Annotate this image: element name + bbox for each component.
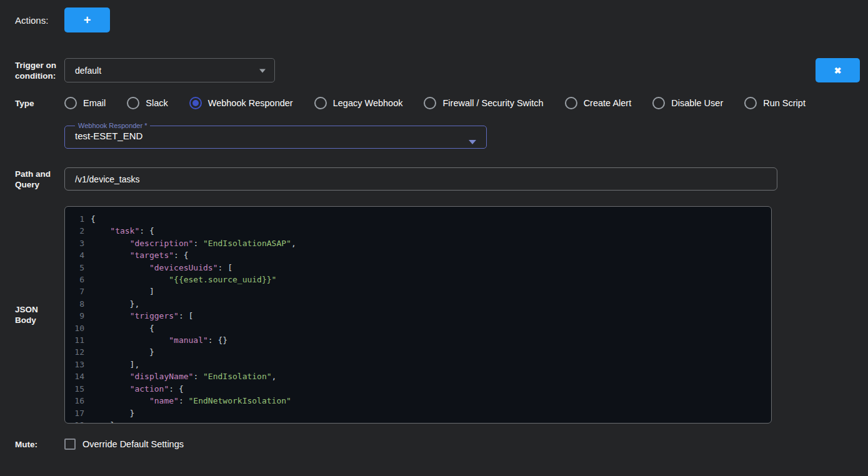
code-text: "targets": { xyxy=(91,250,189,260)
code-text: "manual": {} xyxy=(91,335,227,345)
trigger-row: Trigger on condition: default ✖ xyxy=(0,58,868,82)
radio-run-script[interactable]: Run Script xyxy=(744,97,806,109)
code-text: ] xyxy=(91,287,154,296)
code-text: "description": "EndIsolationASAP", xyxy=(91,239,296,248)
trigger-condition-label: Trigger on condition: xyxy=(15,60,64,81)
code-line: 15 "action": { xyxy=(68,383,771,395)
code-text: "name": "EndNetworkIsolation" xyxy=(91,396,291,405)
radio-unselected-icon xyxy=(314,97,327,109)
radio-legacy-webhook[interactable]: Legacy Webhook xyxy=(314,97,403,109)
code-text: } xyxy=(91,409,134,418)
code-text: "action": { xyxy=(91,384,184,394)
json-body-row: JSON Body 1{2 "task": {3 "description": … xyxy=(0,206,868,424)
line-number: 11 xyxy=(68,334,84,346)
webhook-select-row: Webhook Responder * test-ESET_END xyxy=(0,122,868,149)
chevron-down-icon xyxy=(469,140,476,144)
code-line: 16 "name": "EndNetworkIsolation" xyxy=(68,395,771,407)
radio-label: Create Alert xyxy=(584,98,632,108)
code-text: "devicesUuids": [ xyxy=(91,263,232,272)
chevron-down-icon xyxy=(259,69,266,72)
plus-icon: + xyxy=(84,13,91,27)
line-number: 5 xyxy=(68,262,84,274)
remove-action-button[interactable]: ✖ xyxy=(816,58,860,82)
line-number: 8 xyxy=(68,298,84,310)
trigger-condition-select[interactable]: default xyxy=(64,58,275,82)
radio-label: Email xyxy=(83,98,106,108)
code-text: "displayName": "EndIsolation", xyxy=(91,372,276,381)
line-number: 2 xyxy=(68,225,84,237)
radio-label: Slack xyxy=(146,98,167,108)
radio-disable-user[interactable]: Disable User xyxy=(652,97,723,109)
radio-webhook-responder[interactable]: Webhook Responder xyxy=(189,97,293,109)
trigger-condition-value: default xyxy=(75,66,101,76)
code-text: "task": { xyxy=(91,226,154,236)
code-text: "{{eset.source_uuid}}" xyxy=(91,275,276,284)
line-number: 12 xyxy=(68,346,84,358)
radio-selected-icon xyxy=(189,97,202,109)
type-row: Type EmailSlackWebhook ResponderLegacy W… xyxy=(0,97,868,109)
code-line: 8 }, xyxy=(68,298,771,310)
radio-create-alert[interactable]: Create Alert xyxy=(565,97,632,109)
code-line: 14 "displayName": "EndIsolation", xyxy=(68,370,771,382)
code-line: 17 } xyxy=(68,407,771,419)
radio-unselected-icon xyxy=(744,97,757,109)
radio-label: Firewall / Security Switch xyxy=(442,98,543,108)
json-body-label: JSON Body xyxy=(15,304,64,325)
line-number: 4 xyxy=(68,249,84,261)
code-line: 10 { xyxy=(68,322,771,334)
line-number: 6 xyxy=(68,274,84,285)
radio-email[interactable]: Email xyxy=(64,97,106,109)
code-line: 7 ] xyxy=(68,285,771,297)
webhook-responder-select-label: Webhook Responder * xyxy=(75,122,150,129)
code-line: 4 "targets": { xyxy=(68,249,771,261)
line-number: 10 xyxy=(68,322,84,334)
type-label: Type xyxy=(15,98,64,109)
radio-unselected-icon xyxy=(127,97,139,109)
code-line: 3 "description": "EndIsolationASAP", xyxy=(68,237,771,249)
action-config-panel: Actions: + Trigger on condition: default… xyxy=(0,7,868,450)
code-text: } xyxy=(91,347,154,357)
code-line: 1{ xyxy=(68,213,771,225)
radio-unselected-icon xyxy=(565,97,577,109)
webhook-responder-value: test-ESET_END xyxy=(74,131,477,141)
override-default-settings-label: Override Default Settings xyxy=(82,439,184,449)
line-number: 15 xyxy=(68,383,84,395)
code-line: 6 "{{eset.source_uuid}}" xyxy=(68,274,771,285)
radio-unselected-icon xyxy=(64,97,77,109)
line-number: 16 xyxy=(68,395,84,407)
radio-unselected-icon xyxy=(424,97,436,109)
add-action-button[interactable]: + xyxy=(64,7,110,32)
line-number: 18 xyxy=(68,419,84,424)
code-line: 9 "triggers": [ xyxy=(68,310,771,322)
actions-label: Actions: xyxy=(15,15,64,26)
json-body-editor[interactable]: 1{2 "task": {3 "description": "EndIsolat… xyxy=(64,206,772,424)
code-line: 13 ], xyxy=(68,359,771,370)
webhook-responder-select[interactable]: Webhook Responder * test-ESET_END xyxy=(64,122,487,149)
path-row: Path and Query xyxy=(0,167,868,191)
code-line: 5 "devicesUuids": [ xyxy=(68,262,771,274)
radio-firewall-security-switch[interactable]: Firewall / Security Switch xyxy=(424,97,543,109)
path-query-label: Path and Query xyxy=(15,169,64,190)
code-line: 2 "task": { xyxy=(68,225,771,237)
code-text: } xyxy=(91,420,115,424)
actions-row: Actions: + xyxy=(0,7,868,32)
radio-label: Legacy Webhook xyxy=(333,98,403,108)
line-number: 1 xyxy=(68,213,84,225)
line-number: 9 xyxy=(68,310,84,322)
radio-slack[interactable]: Slack xyxy=(127,97,167,109)
code-text: { xyxy=(91,324,154,333)
code-text: }, xyxy=(91,299,139,309)
code-text: ], xyxy=(91,360,139,369)
code-text: { xyxy=(91,214,96,224)
code-line: 11 "manual": {} xyxy=(68,334,771,346)
code-line: 18 } xyxy=(68,419,771,424)
radio-label: Run Script xyxy=(763,98,806,108)
override-default-settings-checkbox[interactable]: Override Default Settings xyxy=(64,439,184,450)
line-number: 7 xyxy=(68,285,84,297)
type-radio-group: EmailSlackWebhook ResponderLegacy Webhoo… xyxy=(64,97,806,109)
line-number: 3 xyxy=(68,237,84,249)
mute-label: Mute: xyxy=(15,439,64,450)
code-text: "triggers": [ xyxy=(91,311,193,320)
line-number: 13 xyxy=(68,359,84,370)
path-query-input[interactable] xyxy=(64,167,777,191)
